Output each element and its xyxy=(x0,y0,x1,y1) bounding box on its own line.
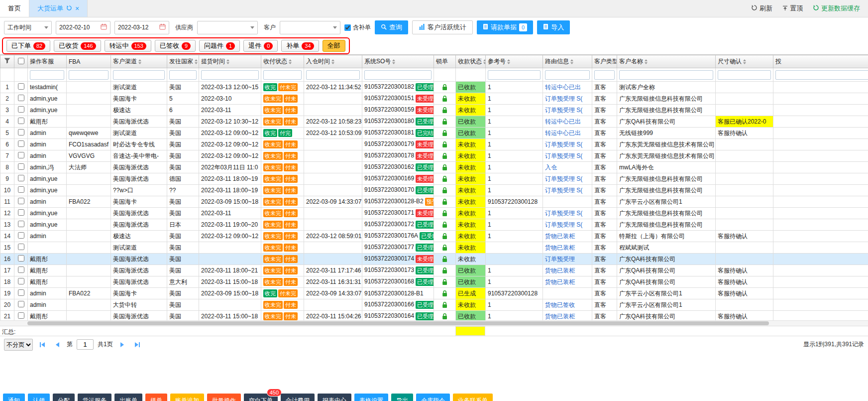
table-row[interactable]: 17戴雨彤美国海派优选美国2022-03-11 18:00~21收未完付未202… xyxy=(0,265,868,276)
lock-icon[interactable] xyxy=(442,95,447,102)
customer-activity-button[interactable]: 客户活跃统计 xyxy=(412,20,473,34)
route-link[interactable]: 转运中心已出 xyxy=(545,118,581,125)
row-checkbox[interactable] xyxy=(18,198,24,204)
route-link[interactable]: 货物已装柜 xyxy=(545,244,575,251)
route-link[interactable]: 订单预受理 S( xyxy=(545,141,582,148)
lock-icon[interactable] xyxy=(442,210,447,217)
time-field-select[interactable]: 工作时间 xyxy=(4,21,52,34)
footer-button-报表中心[interactable]: 报表中心 xyxy=(318,394,351,401)
tab-freight-orders[interactable]: 大货运单 × xyxy=(29,0,88,17)
column-header-lock[interactable]: 锁单 xyxy=(434,55,456,68)
row-checkbox[interactable] xyxy=(18,255,24,262)
route-link[interactable]: 入仓 xyxy=(545,164,557,171)
row-checkbox[interactable] xyxy=(18,301,24,307)
route-link[interactable]: 货物已装柜 xyxy=(545,233,575,240)
page-size-select[interactable]: 不分页 xyxy=(4,339,33,351)
table-row[interactable]: 9admin,yue美国海派优选德国2022-03-11 18:00~19收未完… xyxy=(0,173,868,185)
include-supplement-checkbox[interactable] xyxy=(344,24,351,31)
row-checkbox[interactable] xyxy=(18,289,24,296)
route-link[interactable]: 订单预受理 S( xyxy=(545,95,582,102)
row-checkbox[interactable] xyxy=(18,244,24,250)
row-checkbox[interactable] xyxy=(18,209,24,216)
column-filter-input[interactable] xyxy=(30,70,64,80)
column-filter-input[interactable] xyxy=(775,70,868,80)
route-link[interactable]: 货物已签收 xyxy=(545,301,575,308)
filter-funnel-header[interactable] xyxy=(0,55,14,68)
status-filter-已签收[interactable]: 已签收9 xyxy=(155,40,196,52)
row-checkbox[interactable] xyxy=(18,152,24,158)
column-header-channel[interactable]: 客户渠道 xyxy=(111,55,167,68)
lock-icon[interactable] xyxy=(442,267,447,274)
column-filter-input[interactable] xyxy=(545,70,590,80)
table-row[interactable]: 2admin,yue美国海卡52022-03-10收未完付未9105372203… xyxy=(0,93,868,105)
row-checkbox[interactable] xyxy=(18,175,24,181)
table-row[interactable]: 5adminqwewqewe测试渠道美国2022-03-12 09:00~12收… xyxy=(0,128,868,139)
route-link[interactable]: 订单预受理 S( xyxy=(545,175,582,182)
table-row[interactable]: 1testadmin(测试渠道美国2022-03-13 12:00~15收完付未… xyxy=(0,82,868,93)
footer-button-批量操作[interactable]: 批量操作 xyxy=(207,394,241,401)
footer-button-空白下单[interactable]: 空白下单450 xyxy=(244,394,278,401)
page-number-input[interactable] xyxy=(77,339,94,350)
calendar-icon[interactable] xyxy=(159,23,166,31)
customer-select[interactable] xyxy=(280,21,340,34)
footer-button-合计费用[interactable]: 合计费用 xyxy=(281,394,315,401)
update-cache-button[interactable]: 更新数据缓存 xyxy=(813,4,860,13)
lock-icon[interactable] xyxy=(442,244,447,251)
status-filter-补单[interactable]: 补单34 xyxy=(281,40,319,52)
footer-button-认领[interactable]: 认领 xyxy=(28,394,50,401)
route-link[interactable]: 转运中心已出 xyxy=(545,84,581,91)
column-filter-input[interactable] xyxy=(201,70,259,80)
status-filter-已下单[interactable]: 已下单82 xyxy=(6,40,50,52)
first-page-button[interactable] xyxy=(37,339,48,350)
table-row[interactable]: 3admin,yue极速达62022-03-11收未完付未91053722030… xyxy=(0,105,868,116)
column-header-ins[interactable]: 投 xyxy=(773,55,868,68)
lock-icon[interactable] xyxy=(442,301,447,308)
route-link[interactable]: 订单预受理 S( xyxy=(545,221,582,228)
tab-home[interactable]: 首页 xyxy=(0,0,29,17)
row-checkbox[interactable] xyxy=(18,163,24,170)
lock-icon[interactable] xyxy=(442,187,447,194)
route-link[interactable]: 转运中心已出 xyxy=(545,130,581,136)
footer-button-业务联系单[interactable]: 业务联系单 xyxy=(453,394,493,401)
row-checkbox[interactable] xyxy=(18,278,24,284)
column-header-intime[interactable]: 入仓时间 xyxy=(304,55,362,68)
tab-refresh-icon[interactable] xyxy=(66,5,72,12)
lock-icon[interactable] xyxy=(442,175,447,182)
footer-button-分配[interactable]: 分配 xyxy=(53,394,75,401)
lock-icon[interactable] xyxy=(442,141,447,148)
next-page-button[interactable] xyxy=(117,339,128,350)
row-checkbox[interactable] xyxy=(18,221,24,227)
row-checkbox[interactable] xyxy=(18,186,24,193)
lock-icon[interactable] xyxy=(442,152,447,159)
row-checkbox[interactable] xyxy=(18,232,24,239)
column-filter-input[interactable] xyxy=(594,70,615,80)
row-checkbox[interactable] xyxy=(18,140,24,147)
lock-icon[interactable] xyxy=(442,313,447,320)
column-filter-input[interactable] xyxy=(169,70,197,80)
column-header-pickup[interactable]: 提货时间 xyxy=(199,55,261,68)
footer-button-仓库指令[interactable]: 仓库指令 xyxy=(416,394,450,401)
route-link[interactable]: 货物已装柜 xyxy=(545,313,575,320)
column-filter-input[interactable] xyxy=(488,70,541,80)
lock-icon[interactable] xyxy=(442,290,447,297)
pin-top-button[interactable]: 置顶 xyxy=(782,4,803,13)
lock-icon[interactable] xyxy=(442,118,447,125)
horizontal-scrollbar[interactable] xyxy=(0,320,868,326)
column-header-cname[interactable]: 客户名称 xyxy=(617,55,716,68)
footer-button-拼单[interactable]: 拼单 xyxy=(145,394,167,401)
table-row[interactable]: 6adminFCO1sasadasf时必达专仓专线美国2022-03-12 09… xyxy=(0,139,868,150)
payment-request-button[interactable]: 请款单据 0 xyxy=(477,20,533,34)
column-header-op[interactable]: 操作客服 xyxy=(28,55,67,68)
status-filter-转运中[interactable]: 转运中153 xyxy=(105,40,151,52)
route-link[interactable]: 订单预受理 xyxy=(545,256,575,263)
route-link[interactable]: 订单预受理 S( xyxy=(545,152,582,159)
calendar-icon[interactable] xyxy=(101,23,107,31)
import-button[interactable]: 导入 xyxy=(537,20,570,34)
table-row[interactable]: 10admin,yue??w>口??2022-03-11 18:00~19收未完… xyxy=(0,185,868,196)
prev-page-button[interactable] xyxy=(52,339,63,350)
supplier-select[interactable] xyxy=(197,21,258,34)
table-row[interactable]: 14admin极速达美国2022-03-12 09:00~12收未完付未2022… xyxy=(0,231,868,242)
column-header-recvstate[interactable]: 收款状态 xyxy=(456,55,486,68)
footer-button-表格设置[interactable]: 表格设置 xyxy=(354,394,388,401)
date-to-input[interactable]: 2022-03-12 xyxy=(114,21,169,34)
